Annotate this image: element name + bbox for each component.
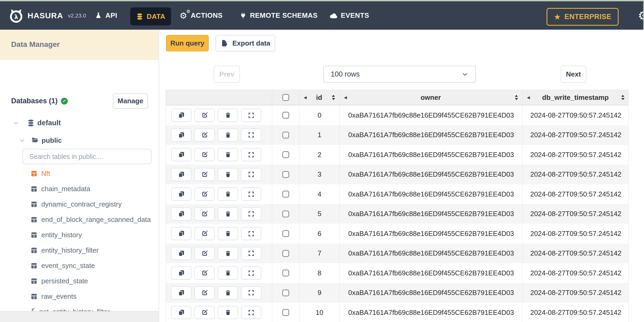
expand-row-button[interactable] <box>241 148 261 161</box>
brand-home-link[interactable]: λ HASURA v2.23.0 <box>8 1 86 30</box>
sidebar-table-item[interactable]: ƒx entity_history_filter <box>0 243 159 258</box>
row-checkbox[interactable] <box>282 309 289 316</box>
nav-item-data[interactable]: DATA <box>130 7 171 25</box>
tree-node-database-default[interactable]: default <box>13 115 61 130</box>
row-checkbox[interactable] <box>282 230 289 237</box>
delete-row-button[interactable] <box>218 168 238 181</box>
delete-row-button[interactable] <box>218 306 238 319</box>
expand-row-button[interactable] <box>241 286 261 299</box>
delete-row-button[interactable] <box>218 207 238 221</box>
enterprise-button[interactable]: ★ ENTERPRISE <box>547 8 619 26</box>
copy-icon <box>178 151 185 158</box>
clone-row-button[interactable] <box>171 266 191 280</box>
edit-row-button[interactable] <box>194 187 215 201</box>
page-size-select[interactable]: 100 rows <box>323 66 476 83</box>
copy-icon <box>178 191 185 198</box>
sort-icon[interactable] <box>332 95 335 100</box>
expand-row-button[interactable] <box>241 207 261 221</box>
delete-row-button[interactable] <box>218 109 238 122</box>
clone-row-button[interactable] <box>171 109 191 122</box>
clone-row-button[interactable] <box>171 187 191 201</box>
row-checkbox[interactable] <box>282 191 289 198</box>
edit-row-button[interactable] <box>194 306 215 319</box>
expand-row-button[interactable] <box>241 306 261 319</box>
header-owner[interactable]: ◂ owner <box>340 90 523 105</box>
edit-row-button[interactable] <box>194 266 215 280</box>
header-db-write-timestamp[interactable]: ◂ db_write_timestamp <box>523 90 629 105</box>
edit-row-button[interactable] <box>194 247 215 260</box>
row-checkbox[interactable] <box>282 132 289 138</box>
search-tables-input[interactable] <box>23 149 151 164</box>
delete-row-button[interactable] <box>218 286 238 299</box>
sidebar-table-item[interactable]: ƒx end_of_block_range_scanned_data <box>0 212 159 227</box>
expand-row-button[interactable] <box>241 247 261 260</box>
clone-row-button[interactable] <box>171 286 191 299</box>
nav-item-remote-schemas[interactable]: REMOTE SCHEMAS <box>240 1 317 30</box>
edit-row-button[interactable] <box>194 168 215 181</box>
expand-row-button[interactable] <box>241 128 261 142</box>
sidebar-table-item[interactable]: ƒx event_sync_state <box>0 258 159 273</box>
expand-row-button[interactable] <box>241 187 261 201</box>
edit-row-button[interactable] <box>194 128 215 142</box>
delete-row-button[interactable] <box>218 128 238 142</box>
row-checkbox[interactable] <box>282 151 289 158</box>
collapse-column-icon[interactable]: ◂ <box>344 95 347 100</box>
clone-row-button[interactable] <box>171 227 191 240</box>
edit-row-button[interactable] <box>194 148 215 161</box>
collapse-column-icon[interactable]: ◂ <box>527 95 530 100</box>
clone-row-button[interactable] <box>171 247 191 260</box>
edit-row-button[interactable] <box>194 207 215 221</box>
clone-row-button[interactable] <box>171 168 191 181</box>
delete-row-button[interactable] <box>218 266 238 280</box>
row-checkbox[interactable] <box>282 250 289 257</box>
row-checkbox[interactable] <box>282 211 289 217</box>
sidebar-table-item[interactable]: ƒx raw_events <box>0 289 159 304</box>
edit-row-button[interactable] <box>194 109 215 122</box>
row-actions-cell <box>166 184 272 204</box>
column-label-id: id <box>316 93 322 102</box>
prev-page-button[interactable]: Prev <box>214 66 240 83</box>
clone-row-button[interactable] <box>171 207 191 221</box>
sidebar-table-item[interactable]: ƒx persisted_state <box>0 273 159 289</box>
collapse-column-icon[interactable]: ◂ <box>304 95 307 100</box>
nav-item-events[interactable]: EVENTS <box>329 1 369 30</box>
nav-item-actions[interactable]: ⚙ ⚙ ACTIONS <box>180 1 223 30</box>
clone-row-button[interactable] <box>171 148 191 161</box>
run-query-button[interactable]: Run query <box>166 35 209 51</box>
chevron-down-icon[interactable] <box>13 120 19 126</box>
sidebar-table-item[interactable]: ƒx Nft <box>0 166 159 181</box>
delete-row-button[interactable] <box>218 148 238 161</box>
edit-icon <box>201 250 208 257</box>
sort-icon[interactable] <box>621 95 625 100</box>
row-checkbox[interactable] <box>282 112 289 119</box>
sidebar-table-item[interactable]: ƒx dynamic_contract_registry <box>0 196 159 212</box>
delete-row-button[interactable] <box>218 227 238 240</box>
sidebar-table-item[interactable]: ƒx chain_metadata <box>0 181 159 196</box>
delete-row-button[interactable] <box>218 247 238 260</box>
nav-item-api[interactable]: API <box>95 1 117 30</box>
select-all-checkbox[interactable] <box>282 94 289 101</box>
expand-row-button[interactable] <box>241 266 261 280</box>
chevron-down-icon[interactable] <box>19 137 25 144</box>
delete-row-button[interactable] <box>218 187 238 201</box>
tree-node-schema-public[interactable]: public <box>19 133 62 148</box>
edit-row-button[interactable] <box>194 227 215 240</box>
edit-row-button[interactable] <box>194 286 215 299</box>
expand-row-button[interactable] <box>241 227 261 240</box>
row-actions-cell <box>166 125 272 145</box>
data-table: ◂ id ◂ owner ◂ db_write_timestamp <box>166 90 629 322</box>
next-page-button[interactable]: Next <box>561 66 586 83</box>
export-data-button[interactable]: Export data <box>216 35 275 51</box>
row-checkbox[interactable] <box>282 289 289 296</box>
sort-icon[interactable] <box>515 95 518 100</box>
row-checkbox[interactable] <box>282 270 289 276</box>
expand-icon <box>248 191 254 198</box>
expand-row-button[interactable] <box>241 109 261 122</box>
expand-row-button[interactable] <box>241 168 261 181</box>
sidebar-table-item[interactable]: ƒx entity_history <box>0 227 159 243</box>
clone-row-button[interactable] <box>171 128 191 142</box>
manage-button[interactable]: Manage <box>113 93 148 109</box>
header-id[interactable]: ◂ id <box>299 90 340 105</box>
row-checkbox[interactable] <box>282 171 289 178</box>
clone-row-button[interactable] <box>171 306 191 319</box>
